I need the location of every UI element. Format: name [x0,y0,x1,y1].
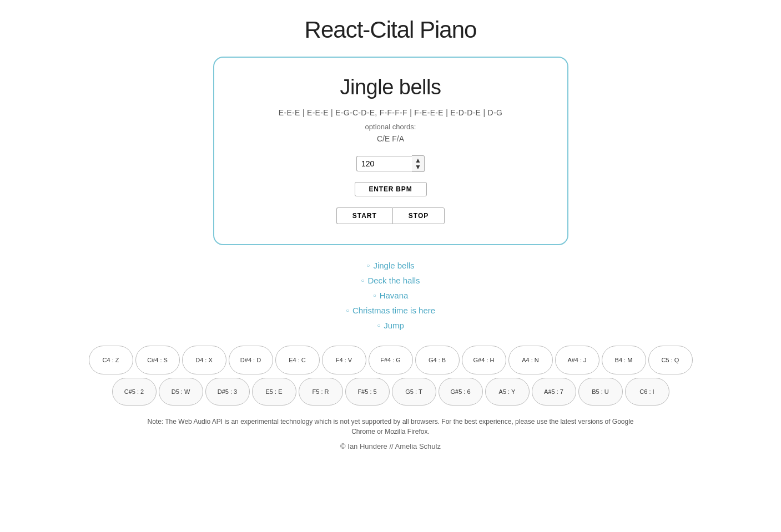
piano-key[interactable]: G#5 : 6 [439,378,483,406]
song-link[interactable]: Deck the halls [367,276,420,285]
song-notes: E-E-E | E-E-E | E-G-C-D-E, F-F-F-F | F-E… [236,108,545,117]
bpm-input[interactable] [356,156,412,171]
stop-button[interactable]: STOP [392,207,445,224]
key-label: A5 : Y [499,388,516,395]
key-label: G4 : B [429,357,446,363]
piano-key[interactable]: G5 : T [392,378,436,406]
piano-key[interactable]: C#5 : 2 [112,378,157,406]
piano-key[interactable]: F#4 : G [369,346,413,374]
song-list: ○Jingle bells○Deck the halls○Havana○Chri… [0,261,781,330]
optional-chords: C/E F/A [236,134,545,143]
bpm-control-group: ▲▼ ENTER BPM START STOP [236,155,545,224]
song-link[interactable]: Jingle bells [373,261,414,270]
song-link[interactable]: Havana [380,291,409,300]
key-label: C5 : Q [662,357,679,363]
bpm-row: ▲▼ [356,155,425,172]
bullet-icon: ○ [377,322,380,328]
key-label: F4 : V [336,357,352,363]
piano-key[interactable]: A#4 : J [555,346,599,374]
piano-key[interactable]: C4 : Z [89,346,133,374]
piano-bottom-row: C#5 : 2D5 : WD#5 : 3E5 : EF5 : RF#5 : 5G… [111,378,671,406]
key-label: B5 : U [592,388,609,395]
bpm-spinner[interactable]: ▲▼ [412,155,425,172]
piano-key[interactable]: C6 : I [625,378,669,406]
song-card-title: Jingle bells [236,75,545,99]
page-title: React-Cital Piano [0,0,781,57]
piano-key[interactable]: B5 : U [578,378,623,406]
song-card: Jingle bells E-E-E | E-E-E | E-G-C-D-E, … [213,57,568,245]
piano-key[interactable]: E4 : C [275,346,320,374]
enter-bpm-button[interactable]: ENTER BPM [355,182,427,196]
piano-key[interactable]: F#5 : 5 [345,378,390,406]
copyright: © Ian Hundere // Amelia Schulz [0,442,781,450]
key-label: A#4 : J [567,357,586,363]
piano-key[interactable]: F4 : V [322,346,366,374]
piano-key[interactable]: G#4 : H [462,346,506,374]
piano-key[interactable]: C#4 : S [135,346,180,374]
piano-key[interactable]: G4 : B [415,346,460,374]
piano-section: C4 : ZC#4 : SD4 : XD#4 : DE4 : CF4 : VF#… [0,346,781,406]
song-list-item[interactable]: ○Jingle bells [0,261,781,270]
piano-key[interactable]: B4 : M [602,346,646,374]
key-label: D4 : X [195,357,213,363]
action-buttons: START STOP [336,207,445,224]
key-label: C#4 : S [147,357,168,363]
song-list-item[interactable]: ○Havana [0,291,781,300]
song-list-item[interactable]: ○Deck the halls [0,276,781,285]
key-label: B4 : M [615,357,633,363]
piano-key[interactable]: D5 : W [159,378,203,406]
piano-key[interactable]: F5 : R [299,378,343,406]
song-link[interactable]: Jump [384,321,404,330]
key-label: C6 : I [639,388,654,395]
song-list-item[interactable]: ○Christmas time is here [0,306,781,315]
key-label: G#5 : 6 [450,388,470,395]
key-label: G5 : T [405,388,422,395]
key-label: E5 : E [266,388,283,395]
key-label: G#4 : H [473,357,495,363]
key-label: C4 : Z [103,357,119,363]
key-label: E4 : C [289,357,306,363]
piano-top-row: C4 : ZC#4 : SD4 : XD#4 : DE4 : CF4 : VF#… [88,346,694,374]
piano-key[interactable]: E5 : E [252,378,296,406]
key-label: D5 : W [172,388,190,395]
key-label: D#5 : 3 [218,388,237,395]
key-label: F5 : R [313,388,329,395]
key-label: F#5 : 5 [357,388,376,395]
song-list-item[interactable]: ○Jump [0,321,781,330]
piano-key[interactable]: A4 : N [508,346,553,374]
key-label: A#5 : 7 [544,388,563,395]
key-label: F#4 : G [380,357,401,363]
piano-key[interactable]: C5 : Q [648,346,693,374]
optional-label: optional chords: [236,123,545,131]
bullet-icon: ○ [373,292,376,298]
bullet-icon: ○ [361,277,364,283]
key-label: A4 : N [522,357,539,363]
piano-key[interactable]: A#5 : 7 [532,378,576,406]
footer-note: Note: The Web Audio API is an experiment… [141,417,641,437]
bullet-icon: ○ [346,307,349,313]
start-button[interactable]: START [336,207,392,224]
bullet-icon: ○ [366,262,370,268]
key-label: C#5 : 2 [124,388,144,395]
piano-key[interactable]: A5 : Y [485,378,530,406]
key-label: D#4 : D [240,357,261,363]
piano-key[interactable]: D#4 : D [229,346,273,374]
piano-key[interactable]: D4 : X [182,346,226,374]
piano-key[interactable]: D#5 : 3 [205,378,250,406]
song-link[interactable]: Christmas time is here [352,306,435,315]
